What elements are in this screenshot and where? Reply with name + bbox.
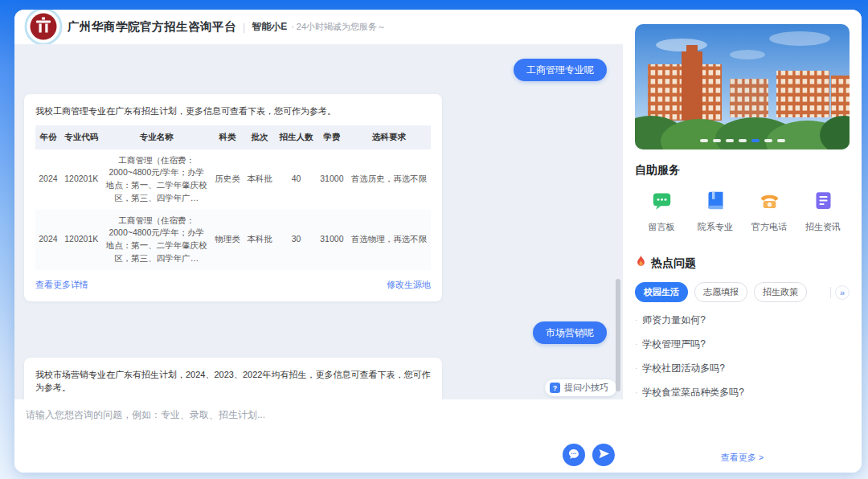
col-header: 招生人数 <box>276 125 317 149</box>
campus-photo <box>635 24 850 149</box>
message-board-icon <box>651 200 673 214</box>
tab-policy[interactable]: 招生政策 <box>754 282 807 302</box>
service-official-phone[interactable]: 官方电话 <box>745 190 793 233</box>
cell-category: 物理类 <box>211 210 244 270</box>
col-header: 专业代码 <box>61 125 102 149</box>
chat-bubble-icon <box>567 448 580 463</box>
carousel-dot[interactable] <box>700 139 708 142</box>
phone-icon <box>759 200 780 214</box>
chat-area: 工商管理专业呢 我校工商管理专业在广东有招生计划，更多信息可查看下表，您可作为参… <box>14 44 623 399</box>
table-row: 2024 120201K 工商管理（住宿费：2000~4800元/学年；办学地点… <box>35 149 431 210</box>
tab-campus-life[interactable]: 校园生活 <box>635 282 688 302</box>
cell-year: 2024 <box>35 149 61 210</box>
header-divider: | <box>243 22 245 33</box>
tab-application[interactable]: 志愿填报 <box>694 282 747 302</box>
hot-questions-title: 热点问题 <box>651 256 696 271</box>
cell-batch: 本科批 <box>244 149 276 210</box>
bot-message-card: 我校市场营销专业在广东有招生计划，2024、2023、2022年均有招生，更多信… <box>24 358 442 400</box>
cell-quota: 40 <box>276 149 317 210</box>
col-header: 选科要求 <box>347 125 431 149</box>
quick-chat-button[interactable] <box>563 444 585 466</box>
bot-intro-text: 我校市场营销专业在广东有招生计划，2024、2023、2022年均有招生，更多信… <box>35 368 431 395</box>
service-label: 留言板 <box>637 221 686 233</box>
bot-intro-text: 我校工商管理专业在广东有招生计划，更多信息可查看下表，您可作为参考。 <box>35 104 431 118</box>
carousel-dot-active[interactable] <box>751 139 760 142</box>
flame-icon <box>635 255 647 272</box>
tips-label: 提问小技巧 <box>564 382 608 394</box>
school-logo <box>24 10 63 46</box>
page-title: 广州华商学院官方招生咨询平台 <box>68 19 236 35</box>
chat-column: 广州华商学院官方招生咨询平台 | 智能小E · 24小时竭诚为您服务～ 工商管理… <box>14 10 623 473</box>
bullet-icon: · <box>635 316 637 325</box>
news-icon <box>813 200 834 214</box>
send-icon <box>598 448 610 462</box>
user-message: 市场营销呢 <box>533 321 607 344</box>
header-tagline: · 24小时竭诚为您服务～ <box>291 21 386 33</box>
view-more-details-link[interactable]: 查看更多详情 <box>35 279 88 291</box>
cell-tuition: 31000 <box>317 149 347 210</box>
service-message-board[interactable]: 留言板 <box>637 190 686 233</box>
col-header: 学费 <box>317 125 347 149</box>
table-row: 2024 120201K 工商管理（住宿费：2000~4800元/学年；办学地点… <box>35 210 431 270</box>
campus-photo-carousel[interactable] <box>635 24 850 149</box>
tabs-more-button[interactable]: » <box>835 285 850 300</box>
cell-subjects: 首选历史，再选不限 <box>347 149 431 210</box>
send-button[interactable] <box>592 444 615 466</box>
service-label: 院系专业 <box>691 221 739 233</box>
service-label: 招生资讯 <box>799 221 847 233</box>
main-window: 广州华商学院官方招生咨询平台 | 智能小E · 24小时竭诚为您服务～ 工商管理… <box>14 10 862 473</box>
change-origin-link[interactable]: 修改生源地 <box>387 279 431 291</box>
message-input-area <box>14 399 623 473</box>
cell-code: 120201K <box>61 149 102 210</box>
view-more-link[interactable]: 查看更多 > <box>623 452 862 464</box>
cell-subjects: 首选物理，再选不限 <box>347 210 431 270</box>
carousel-dot[interactable] <box>764 139 772 142</box>
question-mark-icon: ? <box>550 383 560 393</box>
chat-scrollbar[interactable] <box>616 279 620 391</box>
carousel-dots <box>635 139 850 142</box>
chevron-right-icon: » <box>840 288 845 297</box>
col-header: 年份 <box>35 125 61 149</box>
col-header: 科类 <box>211 125 244 149</box>
question-item[interactable]: ·学校管理严吗? <box>635 338 850 351</box>
hot-questions-list: ·师资力量如何? ·学校管理严吗? ·学校社团活动多吗? ·学校食堂菜品种类多吗… <box>635 313 850 399</box>
service-admissions-news[interactable]: 招生资讯 <box>799 190 847 233</box>
cell-major: 工商管理（住宿费：2000~4800元/学年；办学地点：第一、二学年肇庆校区，第… <box>102 210 211 270</box>
cell-category: 历史类 <box>211 149 244 210</box>
assistant-name: 智能小E <box>252 20 287 34</box>
app-header: 广州华商学院官方招生咨询平台 | 智能小E · 24小时竭诚为您服务～ <box>14 10 623 44</box>
hot-question-tabs: 校园生活 志愿填报 招生政策 » <box>635 282 850 302</box>
cell-year: 2024 <box>35 210 61 270</box>
question-item[interactable]: ·学校社团活动多吗? <box>635 362 850 375</box>
question-item[interactable]: ·师资力量如何? <box>635 313 850 327</box>
cell-code: 120201K <box>61 210 102 270</box>
admission-plan-table: 年份 专业代码 专业名称 科类 批次 招生人数 学费 选科要求 2024 <box>35 125 431 270</box>
sidebar: 自助服务 留言板 <box>623 10 862 473</box>
carousel-dot[interactable] <box>777 139 785 142</box>
bullet-icon: · <box>635 340 637 349</box>
col-header: 专业名称 <box>102 125 211 149</box>
table-header-row: 年份 专业代码 专业名称 科类 批次 招生人数 学费 选科要求 <box>35 125 431 149</box>
cell-quota: 30 <box>276 210 317 270</box>
cell-tuition: 31000 <box>317 210 347 270</box>
carousel-dot[interactable] <box>739 139 747 142</box>
carousel-dot[interactable] <box>726 139 734 142</box>
services-row: 留言板 院系专业 <box>635 190 850 233</box>
bot-message-card: 我校工商管理专业在广东有招生计划，更多信息可查看下表，您可作为参考。 年份 专业… <box>24 94 442 301</box>
bullet-icon: · <box>635 364 637 373</box>
user-message: 工商管理专业呢 <box>514 59 607 81</box>
question-item[interactable]: ·学校食堂菜品种类多吗? <box>635 386 850 399</box>
services-title: 自助服务 <box>635 163 850 178</box>
cell-batch: 本科批 <box>244 210 276 270</box>
bullet-icon: · <box>635 388 637 397</box>
cell-major: 工商管理（住宿费：2000~4800元/学年；办学地点：第一、二学年肇庆校区，第… <box>102 149 211 210</box>
message-input[interactable] <box>14 399 623 441</box>
col-header: 批次 <box>244 125 276 149</box>
service-label: 官方电话 <box>745 221 793 233</box>
service-departments[interactable]: 院系专业 <box>691 190 739 233</box>
carousel-dot[interactable] <box>713 139 721 142</box>
tabs-separator <box>830 287 831 298</box>
question-tips-badge[interactable]: ? 提问小技巧 <box>545 379 616 396</box>
book-icon <box>705 200 727 214</box>
